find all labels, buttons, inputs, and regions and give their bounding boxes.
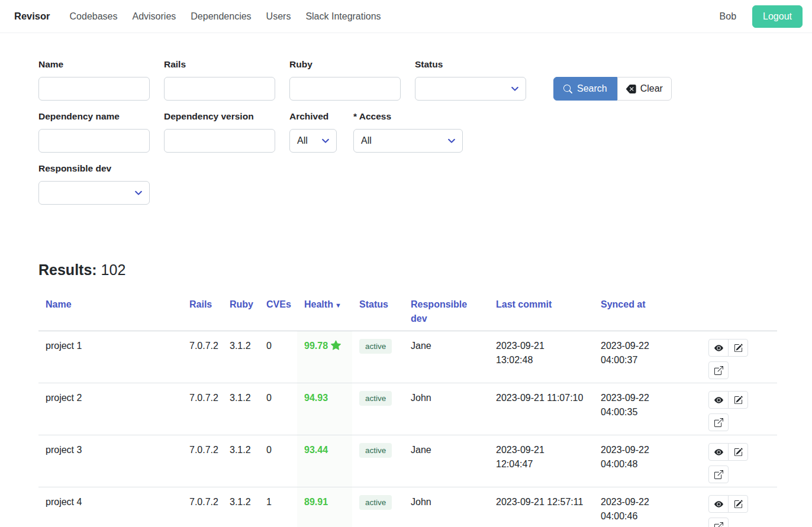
table-header-row: Name Rails Ruby CVEs Health▼ Status Resp… — [38, 290, 777, 331]
column-header-responsible-dev[interactable]: Responsible dev — [404, 290, 489, 331]
open-external-button[interactable] — [708, 361, 729, 379]
ruby-filter-input[interactable] — [289, 77, 401, 101]
archived-filter-label: Archived — [289, 111, 337, 121]
status-filter-select[interactable] — [415, 77, 526, 101]
nav-item-dependencies[interactable]: Dependencies — [191, 11, 251, 22]
column-header-synced-at[interactable]: Synced at — [594, 290, 701, 331]
cell-cves: 0 — [259, 331, 297, 383]
column-header-ruby[interactable]: Ruby — [223, 290, 259, 331]
cell-cves: 1 — [259, 487, 297, 527]
cell-synced-at: 2023-09-22 04:00:35 — [594, 383, 701, 435]
status-filter-label: Status — [415, 59, 526, 69]
results-heading-label: Results: — [38, 261, 97, 278]
view-button[interactable] — [708, 339, 729, 357]
search-button[interactable]: Search — [553, 77, 617, 101]
access-filter-select[interactable]: All — [353, 129, 463, 153]
search-button-label: Search — [577, 83, 607, 94]
nav-item-users[interactable]: Users — [266, 11, 291, 22]
filter-panel: Name Rails Ruby Status Se — [0, 33, 812, 205]
archived-filter-select[interactable]: All — [289, 129, 337, 153]
dependency-version-filter-input[interactable] — [164, 129, 275, 153]
access-filter-value: All — [361, 135, 372, 146]
cell-health: 94.93 — [297, 383, 352, 435]
cell-responsible-dev: John — [404, 487, 489, 527]
view-button[interactable] — [708, 443, 729, 461]
nav-links: Codebases Advisories Dependencies Users … — [70, 11, 381, 22]
table-row: project 2 7.0.7.2 3.1.2 0 94.93 active J… — [38, 383, 777, 435]
archived-filter-value: All — [297, 135, 308, 146]
cell-responsible-dev: Jane — [404, 331, 489, 383]
status-badge: active — [359, 495, 392, 510]
cell-synced-at: 2023-09-22 04:00:37 — [594, 331, 701, 383]
table-row: project 3 7.0.7.2 3.1.2 0 93.44 active J… — [38, 435, 777, 487]
responsible-dev-filter-select[interactable] — [38, 181, 150, 205]
external-link-icon — [714, 366, 723, 375]
edit-button[interactable] — [728, 443, 748, 461]
dependency-name-filter-input[interactable] — [38, 129, 150, 153]
cell-actions — [701, 487, 777, 527]
status-badge: active — [359, 339, 392, 354]
external-link-icon — [714, 470, 723, 479]
clear-button[interactable]: Clear — [617, 77, 672, 101]
table-row: project 4 7.0.7.2 3.1.2 1 89.91 active J… — [38, 487, 777, 527]
nav-item-advisories[interactable]: Advisories — [132, 11, 176, 22]
eye-icon — [714, 396, 723, 405]
table-row: project 1 7.0.7.2 3.1.2 0 99.78 active J… — [38, 331, 777, 383]
open-external-button[interactable] — [708, 413, 729, 431]
chevron-down-icon — [321, 137, 330, 147]
column-header-last-commit[interactable]: Last commit — [489, 290, 594, 331]
column-header-health[interactable]: Health▼ — [297, 290, 352, 331]
cell-ruby: 3.1.2 — [223, 487, 259, 527]
cell-last-commit: 2023-09-21 12:04:47 — [489, 435, 594, 487]
rails-filter-label: Rails — [164, 59, 275, 69]
cell-rails: 7.0.7.2 — [182, 383, 223, 435]
cell-rails: 7.0.7.2 — [182, 487, 223, 527]
navbar: Revisor Codebases Advisories Dependencie… — [0, 0, 812, 33]
edit-button[interactable] — [728, 391, 748, 409]
cell-status: active — [352, 487, 404, 527]
edit-button[interactable] — [728, 339, 748, 357]
cell-actions — [701, 383, 777, 435]
nav-item-slack-integrations[interactable]: Slack Integrations — [305, 11, 381, 22]
column-header-cves[interactable]: CVEs — [259, 290, 297, 331]
chevron-down-icon — [134, 189, 143, 199]
edit-button[interactable] — [728, 495, 748, 513]
logout-button[interactable]: Logout — [752, 5, 803, 28]
eye-icon — [714, 500, 723, 509]
sort-desc-icon: ▼ — [335, 302, 341, 309]
pencil-square-icon — [734, 500, 743, 509]
eye-icon — [714, 448, 723, 457]
nav-item-codebases[interactable]: Codebases — [70, 11, 118, 22]
view-button[interactable] — [708, 391, 729, 409]
chevron-down-icon — [511, 85, 519, 95]
results-table: Name Rails Ruby CVEs Health▼ Status Resp… — [38, 290, 777, 527]
cell-ruby: 3.1.2 — [223, 435, 259, 487]
cell-ruby: 3.1.2 — [223, 383, 259, 435]
cell-status: active — [352, 331, 404, 383]
rails-filter-input[interactable] — [164, 77, 275, 101]
open-external-button[interactable] — [708, 518, 729, 527]
cell-health: 99.78 — [297, 331, 352, 383]
view-button[interactable] — [708, 495, 729, 513]
current-user-name: Bob — [720, 11, 736, 22]
app-brand[interactable]: Revisor — [14, 11, 50, 22]
cell-name: project 1 — [38, 331, 182, 383]
column-header-name[interactable]: Name — [38, 290, 182, 331]
responsible-dev-filter-label: Responsible dev — [38, 163, 150, 173]
external-link-icon — [714, 418, 723, 427]
open-external-button[interactable] — [708, 465, 729, 483]
pencil-square-icon — [734, 396, 743, 405]
search-icon — [563, 85, 572, 93]
cell-synced-at: 2023-09-22 04:00:46 — [594, 487, 701, 527]
column-header-status[interactable]: Status — [352, 290, 404, 331]
cell-health: 89.91 — [297, 487, 352, 527]
name-filter-input[interactable] — [38, 77, 150, 101]
results-table-body: project 1 7.0.7.2 3.1.2 0 99.78 active J… — [38, 331, 777, 527]
cell-ruby: 3.1.2 — [223, 331, 259, 383]
cell-rails: 7.0.7.2 — [182, 435, 223, 487]
cell-last-commit: 2023-09-21 12:57:11 — [489, 487, 594, 527]
status-badge: active — [359, 443, 392, 458]
backspace-icon — [626, 84, 636, 94]
cell-responsible-dev: Jane — [404, 435, 489, 487]
column-header-rails[interactable]: Rails — [182, 290, 223, 331]
